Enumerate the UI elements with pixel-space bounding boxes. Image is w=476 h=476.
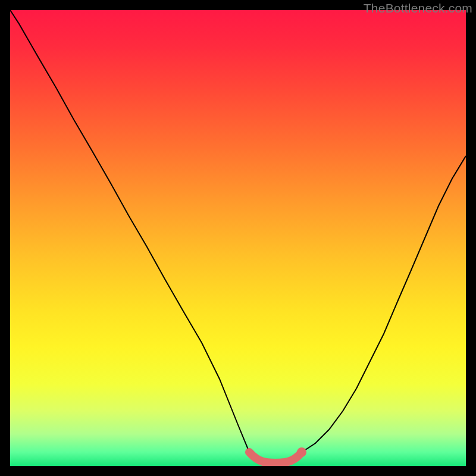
right-curve [302,156,466,452]
watermark-text: TheBottleneck.com [364,1,472,15]
chart-stage: TheBottleneck.com [0,0,476,476]
left-curve [10,10,249,452]
highlight-segment [249,452,302,463]
plot-area [10,10,466,466]
highlight-dot [297,447,306,457]
curve-layer [10,10,466,466]
